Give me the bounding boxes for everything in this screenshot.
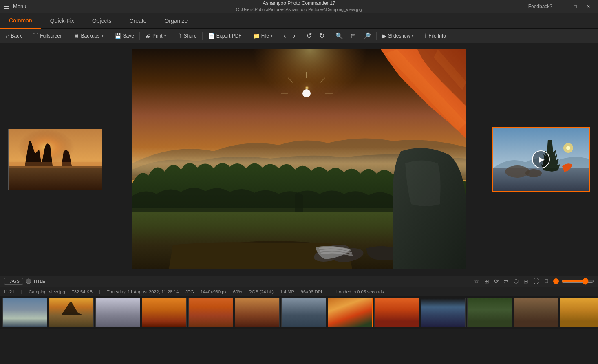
prev-thumbnail[interactable]: [8, 129, 102, 190]
zoom-slider[interactable]: [561, 278, 594, 285]
filmstrip-item-4[interactable]: [142, 298, 187, 327]
filmstrip-item-6[interactable]: [235, 298, 280, 327]
flip-icon[interactable]: ⇄: [503, 277, 510, 285]
prev-button[interactable]: ‹: [280, 30, 289, 42]
toolbar-separator-12: [419, 32, 419, 40]
save-button[interactable]: 💾 Save: [111, 30, 137, 42]
svg-point-12: [302, 89, 311, 97]
toolbar-separator-8: [278, 32, 278, 40]
filmstrip-item-3[interactable]: [95, 298, 140, 327]
next-button[interactable]: ›: [290, 30, 298, 42]
toolbar-separator-6: [202, 32, 203, 40]
export-pdf-button[interactable]: 📄 Export PDF: [205, 30, 245, 42]
main-image: [132, 49, 466, 269]
slideshow-button[interactable]: ▶ Slideshow ▾: [379, 30, 417, 42]
fullscreen-icon: ⛶: [33, 33, 38, 39]
toolbar-separator-7: [247, 32, 247, 40]
filmstrip-item-13[interactable]: [560, 298, 598, 327]
filmstrip-item-7[interactable]: [281, 298, 326, 327]
rotate-ccw-button[interactable]: ↺: [303, 30, 315, 42]
toolbar-separator-11: [376, 32, 377, 40]
file-icon: 📁: [253, 33, 260, 39]
fullscreen-button[interactable]: ⛶ Fullscreen: [29, 30, 66, 42]
back-button[interactable]: ⌂ Back: [2, 30, 25, 42]
toolbar-separator-9: [301, 32, 301, 40]
color-icon[interactable]: ⬡: [512, 277, 520, 285]
filmstrip-item-10[interactable]: [421, 298, 466, 327]
statusbar: 11/21 | Camping_view.jpg 732.54 KB | Thu…: [0, 287, 598, 296]
rotate-cw-button[interactable]: ↻: [316, 30, 328, 42]
filmstrip-item-1[interactable]: [2, 298, 47, 327]
print-dropdown-arrow: ▾: [164, 34, 166, 38]
tab-organize[interactable]: Organize: [155, 13, 196, 29]
tabbar: Common Quick-Fix Objects Create Organize: [0, 13, 598, 29]
maximize-button[interactable]: □: [569, 2, 582, 11]
zoom-fit-button[interactable]: ⊟: [347, 30, 359, 42]
color-indicator[interactable]: [553, 278, 559, 284]
grid-icon[interactable]: ⊟: [522, 277, 530, 285]
backups-button[interactable]: 🖥 Backups ▾: [71, 30, 107, 42]
svg-point-21: [525, 169, 542, 177]
tab-create[interactable]: Create: [120, 13, 155, 29]
fullscreen2-icon[interactable]: ⛶: [532, 277, 540, 285]
share-button[interactable]: ⇧ Share: [174, 30, 200, 42]
title-button[interactable]: TITLE: [26, 278, 45, 284]
prev-icon: ‹: [284, 32, 286, 40]
back-icon: ⌂: [6, 33, 9, 39]
compare-icon[interactable]: ⊞: [483, 277, 490, 285]
filmstrip: [0, 296, 598, 329]
next-icon: ›: [293, 32, 295, 40]
rotate-ccw-icon: ↺: [307, 32, 312, 40]
megapixels-status: 1.4 MP: [280, 289, 294, 294]
play-icon: ▶: [539, 155, 545, 164]
rotate-icon[interactable]: ⟳: [493, 277, 500, 285]
toggle-icon: [26, 278, 31, 284]
slideshow-icon: ▶: [382, 33, 386, 39]
infobar: TAGS TITLE ☆ ⊞ ⟳ ⇄ ⬡ ⊟ ⛶ 🖥: [0, 276, 598, 287]
filmstrip-item-5[interactable]: [188, 298, 233, 327]
monitor-icon[interactable]: 🖥: [543, 277, 551, 285]
export-pdf-icon: 📄: [208, 33, 215, 39]
titlebar-left: ☰ Menu: [3, 2, 26, 10]
star-icon[interactable]: ☆: [473, 277, 481, 285]
tab-common[interactable]: Common: [0, 13, 41, 29]
svg-rect-3: [9, 162, 102, 168]
feedback-link[interactable]: Feedback?: [528, 4, 552, 9]
tab-quick-fix[interactable]: Quick-Fix: [41, 13, 83, 29]
window-controls: ─ □ ✕: [556, 2, 595, 11]
slideshow-dropdown-arrow: ▾: [412, 34, 414, 38]
filmstrip-item-9[interactable]: [374, 298, 419, 327]
filmstrip-item-11[interactable]: [467, 298, 512, 327]
file-info-button[interactable]: ℹ File Info: [421, 30, 449, 42]
toolbar-separator-10: [330, 32, 330, 40]
date-status: Thursday, 11 August 2022, 11:28:14: [107, 289, 179, 294]
next-thumbnail[interactable]: ▶: [492, 127, 590, 192]
tags-button[interactable]: TAGS: [4, 278, 23, 285]
zoom-out-button[interactable]: 🔍: [332, 30, 346, 42]
svg-point-24: [26, 279, 31, 284]
filmstrip-item-8[interactable]: [328, 298, 373, 327]
load-time-status: Loaded in 0.05 seconds: [336, 289, 384, 294]
rotate-cw-icon: ↻: [319, 32, 324, 40]
app-title: Ashampoo Photo Commander 17: [236, 0, 362, 7]
svg-point-23: [566, 146, 570, 150]
colorspace-status: RGB (24 bit): [249, 289, 274, 294]
filmstrip-item-12[interactable]: [514, 298, 558, 327]
file-button[interactable]: 📁 File ▾: [249, 30, 276, 42]
minimize-button[interactable]: ─: [556, 2, 569, 11]
filmstrip-item-2[interactable]: [49, 298, 94, 327]
zoom-in-button[interactable]: 🔎: [360, 30, 374, 42]
toolbar-separator-2: [68, 32, 68, 40]
hamburger-menu-icon[interactable]: ☰: [3, 2, 9, 10]
close-button[interactable]: ✕: [582, 2, 595, 11]
titlebar: ☰ Menu Ashampoo Photo Commander 17 C:\Us…: [0, 0, 598, 13]
menu-label[interactable]: Menu: [13, 3, 26, 9]
play-button[interactable]: ▶: [532, 150, 550, 168]
toolbar-separator: [27, 32, 27, 40]
toolbar-separator-5: [172, 32, 172, 40]
file-dropdown-arrow: ▾: [271, 34, 273, 38]
zoom-status: 60%: [233, 289, 242, 294]
backups-icon: 🖥: [74, 33, 79, 39]
print-button[interactable]: 🖨 Print ▾: [142, 30, 170, 42]
tab-objects[interactable]: Objects: [83, 13, 120, 29]
